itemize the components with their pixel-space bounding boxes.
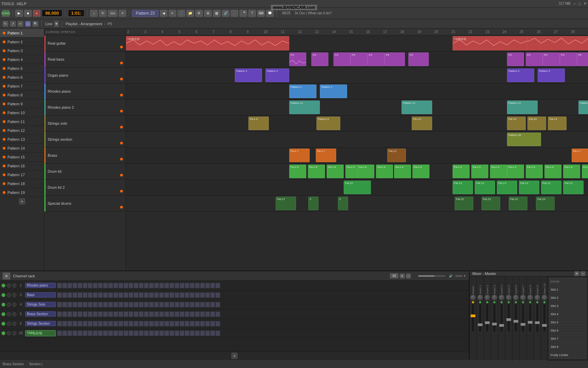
pattern-block[interactable]: Pat.13 [475, 181, 495, 194]
pattern-list-item-7[interactable]: Pattern 7 [0, 82, 44, 91]
pattern-list-item-14[interactable]: Pattern 14 [0, 144, 44, 153]
pattern-block[interactable]: Pa.n 7 [289, 149, 310, 162]
zoom-btn[interactable]: 🔍 [33, 21, 38, 27]
pattern-list-item-11[interactable]: Pattern 11 [0, 117, 44, 126]
pad-24[interactable] [180, 292, 184, 298]
mixer-fader-thumb[interactable] [513, 320, 518, 323]
channel-ctrl-btn-2[interactable] [12, 331, 16, 335]
mixer-fader-thumb[interactable] [535, 321, 540, 324]
mixer-slot-3[interactable]: Slot 3 [549, 302, 587, 310]
channel-name-tag[interactable]: Bass [25, 292, 56, 297]
mixer-fader-thumb[interactable] [542, 324, 547, 327]
pattern-list-item-12[interactable]: Pattern 12 [0, 126, 44, 135]
volume-slider[interactable] [418, 275, 445, 277]
pad-30[interactable] [210, 321, 215, 326]
headphone-icon-btn[interactable]: 🎧 [231, 10, 238, 17]
pad-7[interactable] [93, 302, 98, 307]
song-toggle-btn[interactable]: SONG [2, 10, 10, 17]
pattern-block[interactable]: P5 [385, 52, 405, 66]
mixer-knob[interactable] [470, 295, 476, 300]
pad-4[interactable] [78, 283, 82, 288]
pad-27[interactable] [195, 292, 200, 298]
channel-name-tag[interactable]: Strings Section [25, 321, 56, 326]
pattern-block[interactable]: Pa.n 9 [394, 165, 411, 178]
stop-btn[interactable]: ■ [24, 10, 32, 17]
pad-18[interactable] [149, 311, 154, 317]
channel-ctrl-btn-0[interactable] [1, 312, 5, 316]
pad-31[interactable] [215, 331, 220, 336]
help-icon-btn[interactable]: ? [248, 10, 256, 17]
pad-2[interactable] [67, 292, 72, 298]
pad-2[interactable] [67, 283, 72, 288]
pad-3[interactable] [72, 311, 77, 317]
pad-29[interactable] [205, 302, 210, 307]
pattern-block[interactable]: Pa.n 9 [582, 165, 588, 178]
pad-12[interactable] [118, 321, 123, 326]
pattern-block[interactable]: P3 [526, 52, 543, 66]
pad-31[interactable] [215, 302, 220, 307]
track-label-drum-kit[interactable]: Drum kit [44, 164, 126, 180]
mixer-slot-1[interactable]: Slot 1 [549, 286, 587, 293]
pad-20[interactable] [159, 321, 164, 326]
mixer-knob[interactable] [499, 295, 504, 300]
pattern-block[interactable]: Pa.n 9 [544, 165, 561, 178]
pad-13[interactable] [124, 283, 128, 288]
pad-27[interactable] [195, 321, 200, 326]
pad-6[interactable] [88, 292, 93, 298]
pad-6[interactable] [88, 321, 93, 326]
pad-17[interactable] [144, 321, 149, 326]
pattern-list-item-1[interactable]: Pattern 1 [0, 29, 44, 37]
pad-13[interactable] [124, 321, 128, 326]
pad-30[interactable] [210, 311, 215, 317]
pad-19[interactable] [154, 311, 159, 317]
track-label-strings-solo[interactable]: Strings solo [44, 116, 126, 132]
pattern-block[interactable]: P3 [560, 52, 577, 66]
track-label-organ-piano[interactable]: Organ piano [44, 67, 126, 83]
pad-4[interactable] [78, 292, 82, 298]
pattern-block[interactable]: P5 [408, 52, 429, 66]
pad-25[interactable] [185, 302, 190, 307]
minimize-btn[interactable]: ─ [573, 2, 576, 6]
pattern-block[interactable]: Pattern 2 [507, 68, 534, 82]
pad-28[interactable] [200, 302, 205, 307]
channel-name-tag[interactable]: Brass Section [25, 311, 56, 317]
chat-icon-btn[interactable]: 💬 [266, 10, 274, 17]
channel-name-tag[interactable]: Rhodes piano [25, 283, 56, 288]
pad-10[interactable] [108, 311, 113, 317]
pad-26[interactable] [190, 311, 195, 317]
pad-26[interactable] [190, 331, 195, 336]
pad-13[interactable] [124, 292, 128, 298]
pad-22[interactable] [169, 283, 174, 288]
pad-0[interactable] [57, 321, 62, 326]
pattern-block[interactable]: Pa.n 6 [412, 117, 432, 130]
pattern-block[interactable]: Pat.13 [541, 181, 561, 194]
channel-ctrl-btn-2[interactable] [12, 322, 16, 326]
pattern-block[interactable]: Pat.14 [548, 117, 567, 130]
mixer-fader-thumb[interactable] [478, 323, 483, 326]
pad-22[interactable] [169, 292, 174, 298]
pad-8[interactable] [98, 283, 103, 288]
pattern-block[interactable]: Pattern 2 [538, 68, 565, 82]
maximize-btn[interactable]: □ [578, 2, 581, 6]
pad-14[interactable] [129, 292, 133, 298]
pad-11[interactable] [113, 321, 118, 326]
pad-23[interactable] [175, 302, 179, 307]
mixer-fader-thumb[interactable] [485, 321, 490, 324]
pad-16[interactable] [139, 292, 144, 298]
pattern-block[interactable]: Pat.23 [536, 197, 555, 210]
select-btn[interactable]: ◇ [25, 21, 31, 27]
pad-19[interactable] [154, 302, 159, 307]
pattern-prev[interactable]: ◀ [160, 10, 167, 17]
mixer-knob[interactable] [477, 295, 483, 300]
menu-tools[interactable]: TOOLS [1, 2, 14, 6]
pattern-block[interactable]: P3 [311, 52, 328, 66]
channel-ctrl-btn-2[interactable] [12, 283, 16, 288]
pattern-block[interactable]: Pattern 11 [289, 101, 320, 114]
pad-21[interactable] [164, 311, 169, 317]
pad-22[interactable] [169, 302, 174, 307]
pattern-block[interactable]: Pa.n 9 [357, 165, 374, 178]
pad-23[interactable] [175, 292, 179, 298]
pad-2[interactable] [67, 331, 72, 336]
all-filter-btn[interactable]: All [390, 273, 398, 278]
pad-11[interactable] [113, 331, 118, 336]
